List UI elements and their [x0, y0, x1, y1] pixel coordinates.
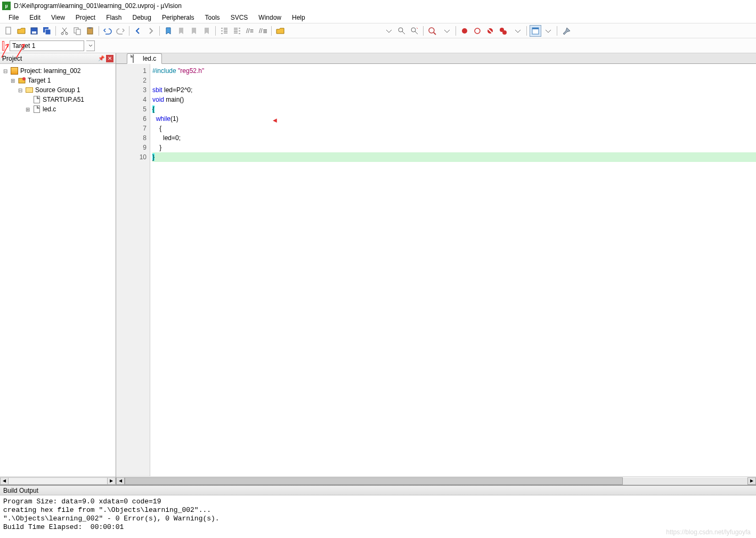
nav-back-icon[interactable] — [132, 25, 144, 37]
debug-start-icon[interactable] — [426, 25, 438, 37]
tree-target[interactable]: ⊞ Target 1 — [2, 76, 116, 85]
scroll-track[interactable] — [125, 477, 747, 485]
svg-rect-10 — [88, 27, 92, 29]
main-area: Project 📌 ✕ ⊟ Project: learning_002 ⊞ Ta… — [0, 53, 756, 485]
breakpoint-dropdown-icon[interactable] — [512, 25, 524, 37]
menu-edit[interactable]: Edit — [24, 13, 46, 22]
save-all-icon[interactable] — [41, 25, 53, 37]
editor-tabs: led.c — [116, 53, 756, 64]
bookmark-next-icon[interactable] — [188, 25, 200, 37]
svg-point-16 — [462, 28, 467, 34]
scroll-right-icon[interactable]: ▶ — [107, 477, 116, 485]
svg-point-17 — [475, 28, 480, 34]
search-dropdown-icon[interactable] — [383, 25, 395, 37]
svg-text://≣: //≣ — [259, 27, 267, 35]
redo-icon[interactable] — [115, 25, 126, 37]
undo-icon[interactable] — [102, 25, 113, 37]
svg-rect-22 — [532, 28, 539, 29]
editor-area: led.c 12345678910 ◀ #include "reg52.h"sb… — [116, 53, 756, 485]
menu-project[interactable]: Project — [70, 13, 101, 22]
uncomment-icon[interactable]: //≣ — [257, 25, 269, 37]
menu-bar: File Edit View Project Flash Debug Perip… — [0, 12, 756, 23]
line-gutter: 12345678910 — [116, 64, 150, 476]
menu-debug[interactable]: Debug — [127, 13, 157, 22]
svg-point-15 — [429, 28, 434, 33]
tree-project-root[interactable]: ⊟ Project: learning_002 — [2, 66, 116, 76]
project-icon — [10, 67, 19, 75]
configure-icon[interactable] — [560, 25, 572, 37]
svg-text://≡: //≡ — [246, 27, 254, 35]
menu-flash[interactable]: Flash — [101, 13, 127, 22]
build-output-title: Build Output — [3, 487, 38, 494]
scroll-left-icon[interactable]: ◀ — [116, 477, 125, 485]
window-dropdown-icon[interactable] — [542, 25, 554, 37]
incremental-find-icon[interactable] — [409, 25, 420, 37]
menu-tools[interactable]: Tools — [200, 13, 225, 22]
copy-icon[interactable] — [71, 25, 83, 37]
menu-svcs[interactable]: SVCS — [225, 13, 254, 22]
build-output-text[interactable]: Program Size: data=9.0 xdata=0 code=19 c… — [0, 495, 756, 538]
menu-file[interactable]: File — [3, 13, 24, 22]
bookmark-marker-icon: ◀ — [273, 116, 277, 125]
cut-icon[interactable] — [59, 25, 70, 37]
tree-source-group[interactable]: ⊟ Source Group 1 — [2, 85, 116, 95]
nav-forward-icon[interactable] — [145, 25, 157, 37]
target-dropdown-icon[interactable] — [86, 40, 95, 51]
code-area[interactable]: ◀ #include "reg52.h"sbit led=P2^0;void m… — [150, 64, 756, 476]
close-panel-icon[interactable]: ✕ — [106, 55, 113, 62]
menu-window[interactable]: Window — [253, 13, 287, 22]
indent-right-icon[interactable] — [231, 25, 243, 37]
build-buttons-highlight — [2, 41, 4, 51]
new-file-icon[interactable] — [3, 25, 14, 37]
breakpoint-disable-all-icon[interactable] — [497, 25, 509, 37]
file-icon — [32, 105, 41, 113]
watermark: https://blog.csdn.net/lyfugoyfa — [666, 528, 751, 536]
tab-led-c[interactable]: led.c — [127, 53, 162, 64]
project-panel: Project 📌 ✕ ⊟ Project: learning_002 ⊞ Ta… — [0, 53, 116, 485]
svg-rect-2 — [32, 31, 36, 34]
tree-file-ledc[interactable]: ⊞ led.c — [2, 104, 116, 114]
svg-point-14 — [411, 28, 416, 32]
editor-body[interactable]: 12345678910 ◀ #include "reg52.h"sbit led… — [116, 64, 756, 476]
breakpoint-kill-icon[interactable] — [484, 25, 496, 37]
title-bar: µ D:\Keil\program\learning_001\learning_… — [0, 0, 756, 12]
bookmark-prev-icon[interactable] — [175, 25, 187, 37]
bookmark-clear-icon[interactable] — [201, 25, 213, 37]
indent-left-icon[interactable] — [218, 25, 230, 37]
window-layout-icon[interactable] — [530, 25, 541, 37]
comment-icon[interactable]: //≡ — [244, 25, 256, 37]
save-icon[interactable] — [28, 25, 40, 37]
paste-icon[interactable] — [84, 25, 96, 37]
svg-point-20 — [502, 30, 507, 35]
window-title: D:\Keil\program\learning_001\learning_00… — [14, 2, 182, 10]
scroll-right-icon[interactable]: ▶ — [747, 477, 756, 485]
breakpoint-insert-icon[interactable] — [459, 25, 470, 37]
app-icon: µ — [2, 2, 11, 10]
editor-hscroll[interactable]: ◀ ▶ — [116, 476, 756, 485]
target-select[interactable] — [10, 40, 84, 51]
tree-file-startup[interactable]: STARTUP.A51 — [2, 95, 116, 104]
open-file-icon[interactable] — [15, 25, 27, 37]
find-icon[interactable] — [396, 25, 408, 37]
scroll-left-icon[interactable]: ◀ — [0, 477, 9, 485]
scroll-track[interactable] — [9, 477, 107, 485]
build-toolbar: LOAD — [0, 38, 756, 53]
menu-help[interactable]: Help — [287, 13, 311, 22]
target-icon — [18, 76, 26, 85]
build-output-panel: Build Output Program Size: data=9.0 xdat… — [0, 485, 756, 538]
find-in-files-icon[interactable] — [274, 25, 286, 37]
scroll-thumb[interactable] — [125, 477, 623, 485]
pin-icon[interactable]: 📌 — [97, 55, 105, 62]
file-icon — [32, 95, 41, 104]
project-hscroll[interactable]: ◀ ▶ — [0, 476, 116, 485]
menu-peripherals[interactable]: Peripherals — [157, 13, 200, 22]
project-tree[interactable]: ⊟ Project: learning_002 ⊞ Target 1 ⊟ Sou… — [0, 64, 116, 476]
menu-view[interactable]: View — [46, 13, 70, 22]
project-panel-header: Project 📌 ✕ — [0, 53, 116, 64]
breakpoint-disable-icon[interactable] — [472, 25, 483, 37]
bookmark-toggle-icon[interactable] — [162, 25, 174, 37]
debug-dropdown-icon[interactable] — [441, 25, 453, 37]
main-toolbar: //≡ //≣ — [0, 23, 756, 38]
project-panel-title: Project — [2, 55, 96, 62]
folder-open-icon — [25, 86, 34, 94]
